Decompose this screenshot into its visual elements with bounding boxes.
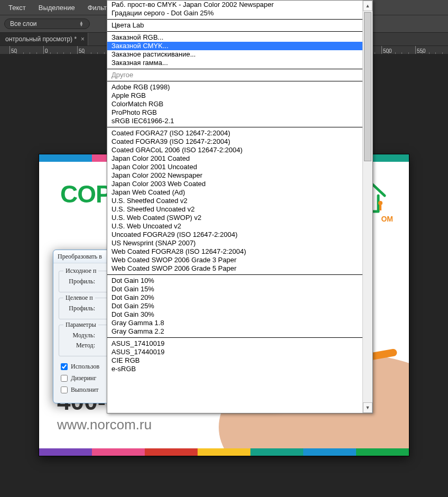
dropdown-item[interactable]: Japan Color 2002 Newspaper — [107, 171, 363, 180]
menu-text[interactable]: Текст — [2, 2, 32, 14]
layer-selector[interactable]: Все слои ▲▼ — [4, 19, 90, 29]
dropdown-item[interactable]: Заказное растискивание... — [107, 50, 363, 59]
dropdown-item[interactable]: Gray Gamma 2.2 — [107, 327, 363, 336]
dropdown-item[interactable]: Dot Gain 25% — [107, 302, 363, 310]
dropdown-separator — [107, 81, 363, 81]
dropdown-item[interactable]: Web Coated FOGRA28 (ISO 12647-2:2004) — [107, 247, 363, 256]
logo-text: COP — [60, 180, 111, 208]
dropdown-item[interactable]: U.S. Sheetfed Coated v2 — [107, 197, 363, 205]
dropdown-item[interactable]: ASUS_17440019 — [107, 348, 363, 356]
profile-dropdown[interactable]: Раб. прост-во CMYK - Japan Color 2002 Ne… — [107, 0, 373, 413]
dropdown-separator — [107, 31, 363, 32]
dropdown-item[interactable]: Japan Color 2001 Coated — [107, 154, 363, 163]
dropdown-separator — [107, 274, 363, 275]
dropdown-item[interactable]: U.S. Web Coated (SWOP) v2 — [107, 214, 363, 222]
dropdown-item[interactable]: Заказной CMYK... — [107, 42, 363, 50]
dropdown-scrollbar[interactable]: ▲ ▼ — [362, 1, 372, 413]
scroll-up-button[interactable]: ▲ — [363, 1, 372, 11]
dropdown-item[interactable]: Adobe RGB (1998) — [107, 83, 363, 91]
dropdown-item[interactable]: Dot Gain 10% — [107, 277, 363, 285]
dropdown-item[interactable]: Web Coated SWOP 2006 Grade 3 Paper — [107, 256, 363, 264]
dropdown-separator — [107, 19, 363, 20]
dropdown-separator — [107, 337, 363, 338]
dropdown-separator — [107, 69, 363, 69]
legend-target: Целевое п — [63, 294, 95, 302]
dropdown-item[interactable]: sRGB IEC61966-2.1 — [107, 117, 363, 125]
svg-point-0 — [378, 201, 382, 205]
dropdown-item[interactable]: Dot Gain 20% — [107, 293, 363, 302]
dropdown-item[interactable]: Coated FOGRA39 (ISO 12647-2:2004) — [107, 137, 363, 146]
svg-rect-1 — [379, 205, 381, 210]
dropdown-item[interactable]: ASUS_17410019 — [107, 339, 363, 348]
dropdown-heading: Другое — [107, 71, 363, 79]
dropdown-item[interactable]: Заказной RGB... — [107, 33, 363, 42]
dialog-title: Преобразовать в — [58, 253, 102, 261]
dropdown-item[interactable]: CIE RGB — [107, 356, 363, 365]
dropdown-item[interactable]: Coated GRACoL 2006 (ISO 12647-2:2004) — [107, 146, 363, 154]
menu-select[interactable]: Выделение — [32, 2, 81, 14]
dropdown-item[interactable]: Japan Color 2001 Uncoated — [107, 163, 363, 171]
document-tab-title: онтрольный просмотр) * — [5, 35, 77, 43]
dropdown-item[interactable]: Japan Color 2003 Web Coated — [107, 180, 363, 188]
document-tab[interactable]: онтрольный просмотр) * × — [0, 33, 88, 45]
dropdown-item[interactable]: Dot Gain 30% — [107, 310, 363, 319]
layer-selector-label: Все слои — [10, 20, 37, 27]
checkbox-flatten-label: Выполнит — [71, 386, 98, 394]
dropdown-item[interactable]: Градации серого - Dot Gain 25% — [107, 9, 363, 17]
legend-source: Исходное п — [63, 267, 98, 275]
dropdown-item[interactable]: Раб. прост-во CMYK - Japan Color 2002 Ne… — [107, 1, 363, 9]
dropdown-item[interactable]: U.S. Sheetfed Uncoated v2 — [107, 205, 363, 214]
dropdown-item[interactable]: Apple RGB — [107, 91, 363, 100]
dropdown-item[interactable]: ColorMatch RGB — [107, 100, 363, 108]
close-icon[interactable]: × — [81, 35, 85, 43]
checkbox-use-label: Использов — [71, 363, 99, 371]
dropdown-item[interactable]: Dot Gain 15% — [107, 285, 363, 293]
brand-suffix: OM — [381, 215, 393, 223]
dropdown-item[interactable]: ProPhoto RGB — [107, 108, 363, 117]
label-profile-dst: Профиль: — [63, 305, 95, 312]
label-profile-src: Профиль: — [63, 278, 95, 286]
label-module: Модуль: — [63, 332, 95, 339]
dropdown-item[interactable]: U.S. Web Uncoated v2 — [107, 222, 363, 231]
dropdown-item[interactable]: US Newsprint (SNAP 2007) — [107, 239, 363, 247]
checkbox-dither-label: Дизеринг — [71, 374, 96, 382]
dropdown-separator — [107, 127, 363, 127]
chevron-updown-icon: ▲▼ — [79, 21, 84, 26]
color-stripe-bottom — [39, 448, 409, 456]
dropdown-item[interactable]: Uncoated FOGRA29 (ISO 12647-2:2004) — [107, 231, 363, 239]
dropdown-item[interactable]: Gray Gamma 1.8 — [107, 319, 363, 327]
legend-params: Параметры — [63, 321, 98, 329]
label-method: Метод: — [63, 342, 95, 349]
scroll-track[interactable] — [363, 11, 372, 402]
url-text: www.norcom.ru — [57, 417, 152, 433]
dropdown-item[interactable]: Заказная гамма... — [107, 59, 363, 67]
scroll-down-button[interactable]: ▼ — [363, 402, 372, 413]
dropdown-item[interactable]: Coated FOGRA27 (ISO 12647-2:2004) — [107, 129, 363, 137]
dropdown-item[interactable]: e-sRGB — [107, 365, 363, 373]
dropdown-item[interactable]: Japan Web Coated (Ad) — [107, 188, 363, 197]
dropdown-item[interactable]: Web Coated SWOP 2006 Grade 5 Paper — [107, 264, 363, 273]
scroll-thumb[interactable] — [364, 12, 371, 161]
dropdown-item[interactable]: Цвета Lab — [107, 21, 363, 30]
